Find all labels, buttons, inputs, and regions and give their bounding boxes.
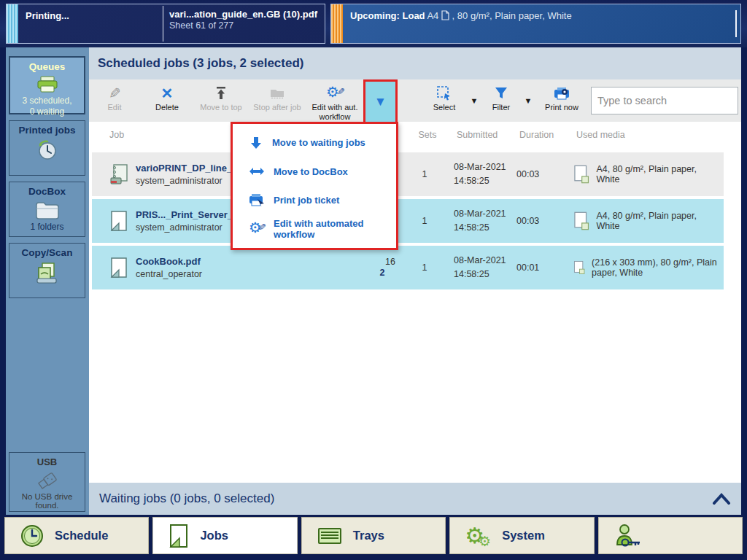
print-now-label: Print now xyxy=(545,103,578,112)
sidebar-item-copy-scan[interactable]: Copy/Scan xyxy=(9,243,85,298)
printer-icon xyxy=(35,75,60,94)
upcoming-action-panel[interactable]: Upcoming: Load A4 , 80 g/m², Plain paper… xyxy=(330,4,741,44)
current-job-name: vari...ation_guide_en.GB (10).pdf xyxy=(169,9,319,20)
job-sets: 1 xyxy=(395,216,454,226)
divider xyxy=(735,10,737,37)
jobs-table-header: Job Pages Sets Submitted Duration Used m… xyxy=(89,122,741,148)
upcoming-message: Upcoming: Load A4 , 80 g/m², Plain paper… xyxy=(343,4,740,43)
jobs-document-icon xyxy=(168,524,190,548)
printing-activity-indicator xyxy=(7,4,18,43)
expand-waiting-jobs-button[interactable] xyxy=(712,493,731,505)
edit-with-workflow-button[interactable]: ⚙✎ Edit with aut. workflow xyxy=(306,79,363,122)
table-row-cookbook[interactable]: CookBook.pdf central_operator 16 2 1 08-… xyxy=(92,246,724,289)
chevron-up-icon xyxy=(712,493,731,505)
move-to-top-button[interactable]: Move to top xyxy=(194,79,248,122)
sidebar-item-printed-jobs[interactable]: Printed jobs xyxy=(9,120,85,176)
search-box xyxy=(591,87,738,114)
schedule-clock-icon xyxy=(20,524,44,548)
sidebar-item-usb[interactable]: USB No USB drive found. xyxy=(9,452,85,512)
gear-pencil-icon: ⚙✎ xyxy=(326,85,344,102)
pencil-icon: ✎ xyxy=(109,85,121,102)
operator-key-icon xyxy=(614,523,643,549)
stop-after-job-button[interactable]: Stop after job xyxy=(248,79,306,122)
current-job-sheet-progress: Sheet 61 of 277 xyxy=(169,20,319,31)
filter-options-arrow[interactable]: ▼ xyxy=(521,79,535,122)
sidebar-item-docbox[interactable]: DocBox 1 folders xyxy=(9,182,85,237)
tab-login[interactable] xyxy=(598,517,743,554)
column-header-duration[interactable]: Duration xyxy=(519,130,568,140)
edit-button-label: Edit xyxy=(108,103,122,112)
filter-button-label: Filter xyxy=(492,103,510,112)
job-submitted: 08-Mar-2021 14:58:25 xyxy=(454,207,516,236)
current-job-status-panel[interactable]: Printing... vari...ation_guide_en.GB (10… xyxy=(6,4,325,44)
table-row-varioprint[interactable]: varioPRINT_DP_line_Operat system_adminis… xyxy=(92,152,724,196)
tab-trays[interactable]: Trays xyxy=(301,517,446,554)
tab-jobs[interactable]: Jobs xyxy=(152,517,297,554)
trays-icon xyxy=(317,526,343,546)
delete-button[interactable]: ✕ Delete xyxy=(140,79,194,122)
stop-after-job-label: Stop after job xyxy=(253,103,301,112)
select-options-arrow[interactable]: ▼ xyxy=(467,79,481,122)
column-header-submitted[interactable]: Submitted xyxy=(457,130,519,140)
arrow-left-right-icon xyxy=(249,166,265,176)
usb-status-text: No USB drive found. xyxy=(9,492,85,510)
usb-label: USB xyxy=(9,456,85,467)
job-used-media: A4, 80 g/m², Plain paper, White xyxy=(565,164,724,184)
printer-status-bar: Printing... vari...ation_guide_en.GB (10… xyxy=(0,0,747,47)
menu-item-edit-automated-workflow[interactable]: ⚙✎ Edit with automated workflow xyxy=(233,215,396,244)
delete-x-icon: ✕ xyxy=(161,85,174,102)
filter-button[interactable]: Filter xyxy=(483,79,519,122)
media-sheet-icon xyxy=(573,211,590,231)
waiting-jobs-bar[interactable]: Waiting jobs (0 jobs, 0 selected) xyxy=(89,483,741,515)
menu-item-print-job-ticket[interactable]: Print job ticket xyxy=(233,186,396,215)
booklet-job-icon xyxy=(109,163,128,185)
job-used-media: A4, 80 g/m², Plain paper, White xyxy=(565,211,724,231)
current-job-info: vari...ation_guide_en.GB (10).pdf Sheet … xyxy=(163,4,325,43)
menu-item-move-to-waiting[interactable]: Move to waiting jobs xyxy=(233,128,396,158)
queues-scheduled-count: 3 scheduled, xyxy=(10,96,84,106)
waiting-jobs-title: Waiting jobs (0 jobs, 0 selected) xyxy=(99,491,274,506)
tab-system[interactable]: ⚙⚙ System xyxy=(449,517,594,554)
stop-after-job-icon xyxy=(269,87,285,100)
chevron-down-icon: ▼ xyxy=(374,95,387,109)
more-actions-dropdown-toggle[interactable]: ▼ xyxy=(363,79,398,122)
jobs-toolbar: ✎ Edit ✕ Delete Move to top S xyxy=(89,79,741,122)
edit-button[interactable]: ✎ Edit xyxy=(89,79,140,122)
table-row-prisma[interactable]: PRIS..._Print_Server_Admini system_admin… xyxy=(92,199,724,243)
print-now-button[interactable]: Print now xyxy=(538,79,585,122)
print-ticket-icon xyxy=(249,193,265,208)
gear-pencil-icon: ⚙✎ xyxy=(249,220,265,238)
more-actions-dropdown-menu: Move to waiting jobs Move to DocBox Prin… xyxy=(231,122,398,250)
column-header-used-media[interactable]: Used media xyxy=(568,130,741,140)
scheduled-jobs-title: Scheduled jobs (3 jobs, 2 selected) xyxy=(98,56,303,71)
sidebar-printed-jobs-label: Printed jobs xyxy=(9,125,85,136)
tab-jobs-label: Jobs xyxy=(200,529,228,542)
scheduled-jobs-header: Scheduled jobs (3 jobs, 2 selected) xyxy=(89,47,741,79)
tab-system-label: System xyxy=(502,529,545,542)
job-duration: 00:03 xyxy=(516,216,565,226)
upcoming-warning-indicator xyxy=(331,4,343,43)
copier-icon xyxy=(35,261,60,284)
tab-schedule[interactable]: Schedule xyxy=(4,517,149,554)
sidebar-item-queues[interactable]: Queues 3 scheduled, 0 waiting xyxy=(9,56,85,114)
job-pages: 16 2 xyxy=(369,257,395,279)
column-header-sets[interactable]: Sets xyxy=(398,130,457,140)
select-icon xyxy=(436,85,452,101)
folder-icon xyxy=(34,200,61,220)
menu-item-move-to-docbox[interactable]: Move to DocBox xyxy=(233,158,396,187)
job-sets: 1 xyxy=(395,169,454,179)
sidebar-copy-scan-label: Copy/Scan xyxy=(9,247,85,258)
search-input[interactable] xyxy=(597,95,734,106)
queues-waiting-count: 0 waiting xyxy=(10,106,84,117)
job-submitted: 08-Mar-2021 14:58:25 xyxy=(454,160,516,189)
upcoming-label: Upcoming: Load xyxy=(350,10,425,21)
usb-drive-icon xyxy=(34,470,61,491)
tab-trays-label: Trays xyxy=(353,529,384,542)
media-sheet-icon xyxy=(573,257,586,278)
sidebar: Queues 3 scheduled, 0 waiting Printed jo… xyxy=(6,47,89,515)
job-used-media: (216 x 303 mm), 80 g/m², Plain paper, Wh… xyxy=(565,257,724,278)
select-button[interactable]: Select xyxy=(423,79,465,122)
document-job-icon xyxy=(109,257,128,279)
printing-status-text: Printing... xyxy=(18,4,163,43)
sidebar-docbox-label: DocBox xyxy=(9,186,85,197)
